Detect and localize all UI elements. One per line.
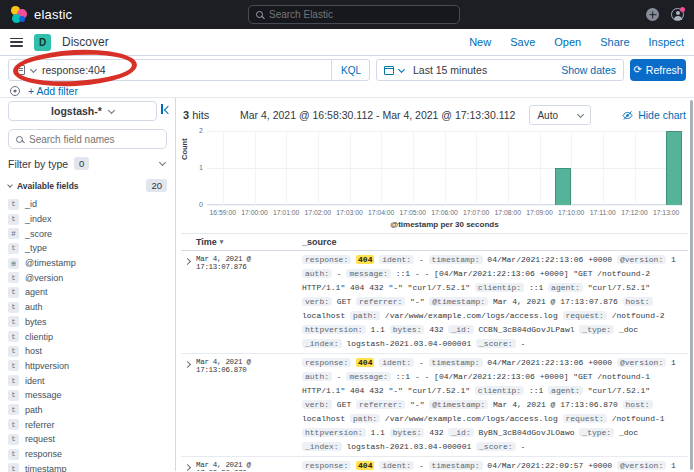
field-item-referrer[interactable]: treferrer: [8, 417, 167, 432]
user-avatar[interactable]: [671, 8, 684, 21]
documents-table: Time▾ _source Mar 4, 2021 @ 17:13:07.876…: [181, 233, 688, 471]
field-name-badge: _type:: [579, 325, 614, 334]
show-dates-button[interactable]: Show dates: [561, 64, 616, 76]
row-source: response: 404 ident: - timestamp: 04/Mar…: [302, 253, 688, 351]
index-pattern-select[interactable]: logstash-*: [8, 101, 157, 121]
field-name-badge: timestamp:: [429, 461, 483, 470]
string-field-icon: t: [8, 434, 19, 445]
histogram-bar[interactable]: [666, 131, 682, 205]
field-name-badge: @timestamp:: [429, 400, 488, 409]
field-item-httpversion[interactable]: thttpversion: [8, 359, 167, 374]
expand-row-button[interactable]: [181, 253, 196, 351]
add-filter-button[interactable]: + Add filter: [28, 85, 78, 97]
time-column-header[interactable]: Time▾: [196, 237, 302, 247]
field-name-badge: timestamp:: [429, 358, 483, 367]
field-value: localhost: [302, 414, 345, 423]
field-item-ident[interactable]: tident: [8, 373, 167, 388]
field-search[interactable]: [8, 129, 167, 149]
field-value: GET: [337, 400, 351, 409]
field-item-request[interactable]: trequest: [8, 432, 167, 447]
field-item-host[interactable]: thost: [8, 344, 167, 359]
help-icon[interactable]: [646, 8, 659, 21]
string-field-icon: t: [8, 331, 19, 342]
elastic-brand[interactable]: elastic: [10, 6, 72, 23]
field-value: /notfound-1: [612, 414, 665, 423]
field-name-badge: _score:: [476, 339, 516, 348]
field-value: "curl/7.52.1": [588, 283, 650, 292]
field-item-response[interactable]: tresponse: [8, 447, 167, 462]
highlighted-value: 404: [356, 358, 374, 367]
field-item-agent[interactable]: tagent: [8, 285, 167, 300]
vertical-scrollbar[interactable]: [690, 100, 693, 470]
global-search[interactable]: [248, 5, 460, 24]
nav-link-open[interactable]: Open: [554, 36, 581, 48]
field-name-badge: bytes:: [390, 428, 425, 437]
field-name-badge: agent:: [548, 386, 583, 395]
menu-icon[interactable]: [10, 38, 23, 47]
interval-select[interactable]: Auto: [529, 105, 591, 125]
field-item-_id[interactable]: t_id: [8, 197, 167, 212]
field-name-badge: _index:: [302, 339, 342, 348]
string-field-icon: t: [8, 390, 19, 401]
field-value: 1.1: [370, 428, 384, 437]
expand-row-button[interactable]: [181, 459, 196, 471]
expand-row-button[interactable]: [181, 356, 196, 454]
saved-filters-icon[interactable]: [10, 86, 20, 96]
field-value: Mar 4, 2021 @ 17:13:06.870: [493, 400, 618, 409]
field-item-@timestamp[interactable]: ⊞@timestamp: [8, 256, 167, 271]
gridline: [445, 131, 446, 205]
collapse-sidebar-icon[interactable]: [161, 104, 172, 114]
string-field-icon: t: [8, 287, 19, 298]
source-column-header: _source: [302, 237, 337, 247]
query-input[interactable]: response:404 KQL: [8, 59, 370, 81]
gridline: [540, 131, 541, 205]
histogram-bar[interactable]: [555, 168, 571, 205]
field-item-auth[interactable]: tauth: [8, 300, 167, 315]
refresh-button[interactable]: ⟳ Refresh: [630, 59, 686, 81]
available-fields-header[interactable]: Available fields 20: [8, 179, 167, 192]
field-value: -: [419, 358, 424, 367]
string-field-icon: t: [8, 375, 19, 386]
field-item-bytes[interactable]: tbytes: [8, 315, 167, 330]
field-label: message: [25, 390, 62, 400]
string-field-icon: t: [8, 404, 19, 415]
hide-chart-button[interactable]: Hide chart: [622, 109, 686, 121]
field-item-_score[interactable]: #_score: [8, 226, 167, 241]
global-search-input[interactable]: [269, 9, 429, 20]
nav-link-share[interactable]: Share: [600, 36, 629, 48]
nav-link-inspect[interactable]: Inspect: [649, 36, 684, 48]
nav-link-save[interactable]: Save: [510, 36, 535, 48]
field-item-_index[interactable]: t_index: [8, 212, 167, 227]
field-item-message[interactable]: tmessage: [8, 388, 167, 403]
field-value: _doc: [619, 428, 638, 437]
nav-link-new[interactable]: New: [469, 36, 491, 48]
gridline: [508, 131, 509, 205]
saved-query-icon[interactable]: [17, 65, 25, 75]
field-item-clientip[interactable]: tclientip: [8, 329, 167, 344]
chevron-down-icon: [7, 182, 13, 188]
field-value: 1: [671, 461, 676, 470]
string-field-icon: t: [8, 360, 19, 371]
field-value: 04/Mar/2021:22:09:57 +0000: [487, 461, 612, 470]
table-row: Mar 4, 2021 @ 17:13:07.876response: 404 …: [181, 251, 688, 354]
field-item-_type[interactable]: t_type: [8, 241, 167, 256]
time-range-value[interactable]: Last 15 minutes: [413, 64, 487, 76]
field-name-badge: @version:: [617, 358, 666, 367]
field-label: referrer: [25, 420, 55, 430]
query-text[interactable]: response:404: [42, 64, 106, 76]
string-field-icon: t: [8, 302, 19, 313]
field-search-input[interactable]: [29, 134, 149, 145]
filter-bar: + Add filter: [0, 84, 694, 98]
query-language-button[interactable]: KQL: [331, 60, 361, 80]
field-item-@version[interactable]: t@version: [8, 270, 167, 285]
field-item-path[interactable]: tpath: [8, 403, 167, 418]
date-picker[interactable]: Last 15 minutes Show dates: [376, 59, 624, 81]
gridline: [635, 131, 636, 205]
filter-by-type[interactable]: Filter by type 0: [8, 157, 167, 170]
field-item-timestamp[interactable]: ttimestamp: [8, 461, 167, 472]
search-icon: [256, 11, 263, 18]
string-field-icon: t: [8, 272, 19, 283]
field-label: response: [25, 449, 62, 459]
field-value: ::1: [529, 283, 543, 292]
field-label: ident: [25, 376, 45, 386]
